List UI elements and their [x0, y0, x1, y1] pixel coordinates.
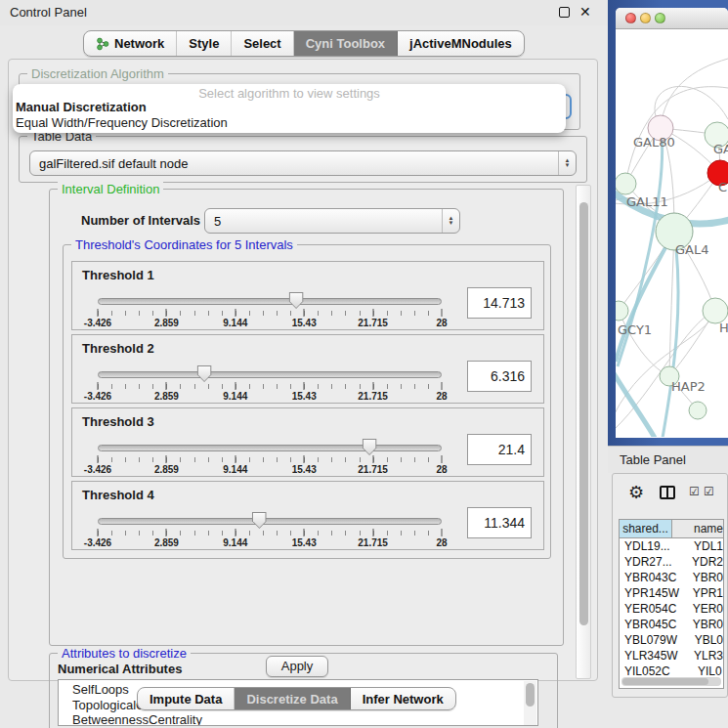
- settings-scrollbar[interactable]: [576, 185, 591, 679]
- list-scrollbar[interactable]: [524, 681, 536, 726]
- tab-style[interactable]: Style: [177, 31, 232, 56]
- slider-major-tick: [166, 455, 167, 463]
- table-row[interactable]: YDL19...YDL1: [620, 538, 723, 554]
- apply-button[interactable]: Apply: [266, 656, 328, 677]
- table-data-combobox[interactable]: galFiltered.sif default node ▲▼: [29, 150, 577, 176]
- slider-major-tick: [372, 529, 373, 536]
- threshold-2-slider-handle[interactable]: [197, 365, 212, 382]
- cell: YER0: [685, 601, 723, 617]
- threshold-2-slider[interactable]: -3.4262.8599.14415.4321.71528: [98, 366, 442, 402]
- network-node[interactable]: [689, 402, 707, 419]
- tab-style-label: Style: [189, 36, 219, 51]
- threshold-4-value-field[interactable]: 11.344: [467, 507, 532, 538]
- slider-scale-label: -3.426: [84, 391, 111, 402]
- table-row[interactable]: YDR27...YDR2: [620, 554, 723, 570]
- close-icon[interactable]: ✕: [579, 4, 591, 20]
- number-of-intervals-combobox[interactable]: 5 ▲▼: [204, 208, 460, 234]
- zoom-traffic-light-icon[interactable]: [655, 13, 665, 23]
- dropdown-item-equal-width-frequency[interactable]: Equal Width/Frequency Discretization: [13, 115, 566, 131]
- close-traffic-light-icon[interactable]: [625, 13, 636, 23]
- threshold-1-slider-handle[interactable]: [289, 292, 304, 309]
- tab-discretize-data[interactable]: Discretize Data: [235, 688, 350, 709]
- table-row[interactable]: YLR345WYLR3: [620, 648, 723, 664]
- threshold-4-panel: Threshold 4 -3.4262.8599.14415.4321.7152…: [71, 481, 544, 550]
- slider-ticks: [98, 311, 442, 316]
- dropdown-item-manual-discretization[interactable]: Manual Discretization: [13, 100, 566, 115]
- threshold-3-slider-handle[interactable]: [363, 439, 377, 455]
- tab-impute-data[interactable]: Impute Data: [138, 688, 235, 709]
- tab-network-label: Network: [114, 36, 164, 51]
- table-horizontal-scrollbar[interactable]: [621, 677, 721, 686]
- top-tab-bar: Network Style Select Cyni Toolbox jActiv…: [83, 30, 525, 57]
- slider-scale-label: 2.859: [154, 391, 179, 402]
- slider-track[interactable]: [98, 298, 442, 305]
- network-node-label: HAP2: [671, 379, 706, 394]
- network-canvas[interactable]: GAL80GACGAL11GAL4GCY1HHAP2: [616, 29, 728, 437]
- settings-scrollbar-thumb[interactable]: [579, 202, 588, 625]
- settings-scroll-area: Interval Definition Number of Intervals …: [13, 185, 591, 679]
- tab-select[interactable]: Select: [232, 31, 293, 56]
- threshold-4-slider-handle[interactable]: [252, 512, 267, 529]
- threshold-3-slider[interactable]: -3.4262.8599.14415.4321.71528: [98, 440, 442, 475]
- list-item-betweennesscentrality[interactable]: BetweennessCentrality: [72, 712, 537, 726]
- table-row[interactable]: YPR145WYPR1: [620, 585, 723, 601]
- slider-major-tick: [304, 382, 305, 390]
- interval-definition-label: Interval Definition: [58, 182, 163, 196]
- table-row[interactable]: YBL079WYBL0: [620, 632, 723, 648]
- slider-scale-label: 21.715: [358, 391, 388, 402]
- control-panel: Control Panel ✕ Network Style Select Cyn…: [0, 0, 608, 728]
- cell: YBR045C: [620, 617, 685, 632]
- list-scrollbar-thumb[interactable]: [526, 683, 535, 707]
- threshold-2-panel: Threshold 2 -3.4262.8599.14415.4321.7152…: [71, 334, 544, 404]
- slider-scale-label: 28: [436, 391, 447, 402]
- checkbox-icon[interactable]: ☑: [704, 485, 714, 498]
- cell: YDL19...: [620, 538, 686, 554]
- column-header-shared-name[interactable]: shared...: [620, 520, 672, 537]
- slider-ticks: [98, 384, 442, 389]
- network-node-label: H: [719, 321, 728, 335]
- slider-ticks: [98, 531, 442, 535]
- threshold-2-label: Threshold 2: [82, 341, 154, 356]
- table-row[interactable]: YBR043CYBR0: [620, 570, 723, 585]
- slider-track[interactable]: [98, 518, 442, 525]
- tab-network[interactable]: Network: [84, 31, 177, 56]
- threshold-1-value-field[interactable]: 14.713: [467, 287, 532, 319]
- slider-major-tick: [442, 529, 443, 536]
- minimize-traffic-light-icon[interactable]: [640, 13, 651, 23]
- network-edge[interactable]: [661, 59, 728, 128]
- tab-jactivemnodules[interactable]: jActiveMNodules: [398, 31, 524, 56]
- checkbox-icon[interactable]: ☑: [689, 485, 700, 498]
- threshold-coordinates-label: Threshold's Coordinates for 5 Intervals: [71, 237, 297, 252]
- slider-scale-label: 21.715: [358, 318, 388, 328]
- slider-scale-label: 9.144: [223, 537, 247, 548]
- tab-cyni-toolbox[interactable]: Cyni Toolbox: [294, 31, 398, 56]
- float-panel-icon[interactable]: [559, 7, 570, 18]
- slider-track[interactable]: [98, 371, 442, 378]
- cell: YBR0: [685, 570, 723, 585]
- table-horizontal-scrollbar-thumb[interactable]: [622, 678, 708, 685]
- cell: YDL1: [686, 538, 723, 554]
- slider-track[interactable]: [98, 445, 442, 451]
- threshold-2-value-field[interactable]: 6.316: [467, 361, 532, 392]
- gear-icon[interactable]: ⚙: [628, 482, 644, 503]
- threshold-1-slider[interactable]: -3.4262.8599.14415.4321.71528: [98, 293, 442, 328]
- slider-major-tick: [304, 309, 305, 317]
- network-node[interactable]: [616, 173, 636, 194]
- network-node[interactable]: [616, 301, 628, 321]
- slider-major-tick: [442, 455, 443, 463]
- columns-icon[interactable]: [660, 486, 675, 499]
- threshold-3-value-field[interactable]: 21.4: [467, 434, 532, 465]
- column-header-name[interactable]: name: [672, 520, 723, 537]
- table-row[interactable]: YBR045CYBR0: [620, 617, 723, 632]
- threshold-4-slider[interactable]: -3.4262.8599.14415.4321.71528: [98, 513, 442, 548]
- table-row[interactable]: YER054CYER0: [620, 601, 723, 617]
- table-panel-titlebar: Table Panel: [608, 446, 728, 473]
- slider-scale-label: 21.715: [358, 537, 388, 548]
- slider-scale-label: 15.43: [292, 537, 317, 548]
- slider-major-tick: [372, 382, 373, 390]
- cell: YPR1: [685, 585, 723, 601]
- tab-infer-network-label: Infer Network: [363, 692, 444, 707]
- network-window-titlebar[interactable]: [616, 8, 728, 29]
- tab-infer-network[interactable]: Infer Network: [351, 688, 455, 709]
- numerical-attributes-label: Numerical Attributes: [58, 662, 182, 676]
